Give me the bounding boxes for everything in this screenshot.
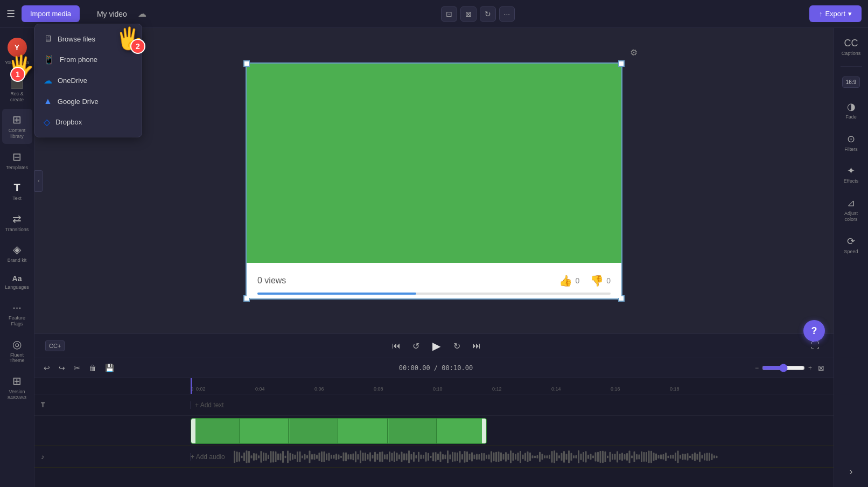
svg-rect-100 (476, 454, 478, 460)
svg-rect-25 (295, 455, 296, 459)
svg-rect-28 (302, 455, 303, 458)
cut-button[interactable]: ✂ (71, 361, 83, 374)
sidebar-item-fluent-theme[interactable]: ◎ Fluent Theme (2, 333, 32, 368)
svg-rect-120 (524, 453, 526, 461)
svg-rect-55 (367, 454, 369, 460)
ruler-mark-18: 0:18 (670, 386, 729, 392)
skip-back-button[interactable]: ⏮ (389, 339, 404, 353)
help-button[interactable]: ? (803, 320, 825, 342)
svg-rect-14 (268, 455, 269, 459)
resize-tool-button[interactable]: ⊡ (441, 6, 457, 22)
ruler-mark-16: 0:16 (611, 386, 670, 392)
svg-rect-179 (668, 455, 669, 457)
center-area: ‹ 0 views 👍 0 👎 0 (34, 28, 834, 487)
svg-rect-72 (408, 450, 410, 463)
video-container: 0 views 👍 0 👎 0 (246, 62, 622, 300)
sidebar-item-label-transitions: Transitions (5, 227, 29, 233)
video-settings-icon[interactable]: ⚙ (630, 47, 638, 58)
svg-rect-57 (372, 455, 374, 458)
filters-icon: ⊙ (847, 133, 855, 145)
rewind-button[interactable]: ↺ (409, 339, 423, 353)
sidebar-item-text[interactable]: T Text (2, 177, 32, 206)
rotate-tool-button[interactable]: ↻ (480, 6, 496, 22)
hamburger-icon[interactable]: ☰ (6, 8, 15, 20)
right-sidebar-label-effects: Effects (844, 178, 858, 184)
timeline-area: ↩ ↪ ✂ 🗑 💾 00:00.00 / 00:10.00 − + ⊠ 0 0 (34, 358, 834, 487)
svg-rect-178 (665, 453, 667, 461)
svg-rect-147 (590, 454, 592, 460)
svg-rect-184 (680, 455, 681, 458)
delete-button[interactable]: 🗑 (86, 361, 99, 374)
dropdown-item-from-phone[interactable]: 📱 From phone (35, 49, 142, 70)
sidebar-item-record-create[interactable]: ⬛ Rec & create (2, 72, 32, 107)
sidebar-item-label-languages: Languages (5, 284, 29, 290)
save-button[interactable]: 💾 (102, 361, 117, 374)
fit-timeline-button[interactable]: ⊠ (815, 361, 827, 374)
dropdown-item-google-drive[interactable]: ▲ Google Drive (35, 91, 142, 112)
svg-rect-146 (587, 455, 589, 458)
dropdown-item-browse-files[interactable]: 🖥 Browse files (35, 29, 142, 49)
audio-track-content[interactable]: + Add audio (191, 446, 834, 467)
play-button[interactable]: ▶ (428, 337, 445, 354)
redo-button[interactable]: ↪ (56, 361, 68, 374)
svg-rect-167 (639, 454, 640, 459)
crop-tool-button[interactable]: ⊠ (460, 6, 477, 22)
main-layout: Y Your media ⬛ Rec & create ⊞ Content li… (0, 28, 868, 487)
clip-handle-right[interactable] (482, 419, 486, 443)
right-sidebar-item-effects[interactable]: ✦ Effects (836, 161, 866, 189)
svg-rect-177 (663, 454, 664, 460)
sidebar-item-content-library[interactable]: ⊞ Content library (2, 109, 32, 144)
clip-handle-left[interactable] (191, 419, 195, 443)
svg-rect-136 (563, 451, 565, 463)
svg-rect-63 (387, 454, 388, 460)
sidebar-item-feature-flags[interactable]: ··· Feature Flags (2, 297, 32, 331)
closed-captions-button[interactable]: CC+ (45, 340, 65, 351)
svg-rect-149 (595, 452, 597, 461)
right-sidebar-collapse[interactable]: › (836, 462, 866, 482)
export-button[interactable]: ↑ Export ▾ (809, 5, 862, 22)
right-sidebar-item-filters[interactable]: ⊙ Filters (836, 129, 866, 157)
video-clip[interactable] (191, 418, 487, 444)
timeline-time-display: 00:00.00 / 00:10.00 (120, 364, 752, 372)
right-sidebar-item-adjust-colors[interactable]: ⊿ Adjust colors (836, 193, 866, 227)
text-track-content[interactable]: + Add text (191, 394, 834, 415)
right-sidebar-item-speed[interactable]: ⟳ Speed (836, 231, 866, 259)
right-sidebar-item-captions[interactable]: CC Captions (836, 33, 866, 61)
dropdown-item-dropbox[interactable]: ◇ Dropbox (35, 112, 142, 133)
svg-rect-70 (403, 453, 405, 460)
playhead[interactable] (191, 378, 192, 394)
svg-rect-111 (503, 454, 505, 460)
audio-track-row: ♪ + Add audio (34, 446, 834, 468)
dropdown-item-onedrive[interactable]: ☁ OneDrive (35, 70, 142, 91)
text-track-icon: T (41, 401, 45, 409)
zoom-slider[interactable] (762, 364, 805, 372)
forward-button[interactable]: ↻ (450, 339, 464, 353)
svg-rect-160 (621, 453, 623, 461)
video-toolbar-center: ⏮ ↺ ▶ ↻ ⏭ (389, 337, 484, 354)
more-tools-button[interactable]: ··· (499, 6, 515, 22)
sidebar-item-brand-kit[interactable]: ◈ Brand kit (2, 239, 32, 268)
svg-rect-5 (246, 450, 248, 463)
svg-rect-135 (561, 453, 563, 461)
import-media-button[interactable]: Import media (22, 5, 80, 22)
skip-forward-button[interactable]: ⏭ (469, 339, 484, 353)
sidebar-item-your-media[interactable]: Y Your media (2, 33, 32, 70)
right-sidebar-item-aspect-ratio[interactable]: 16:9 (836, 72, 866, 92)
right-sidebar-item-fade[interactable]: ◑ Fade (836, 96, 866, 124)
sidebar-item-templates[interactable]: ⊟ Templates (2, 146, 32, 175)
svg-rect-197 (711, 454, 713, 460)
sidebar-item-transitions[interactable]: ⇄ Transitions (2, 208, 32, 237)
video-frame (247, 64, 621, 263)
undo-button[interactable]: ↩ (41, 361, 53, 374)
collapse-panel-button[interactable]: ‹ (34, 170, 43, 192)
svg-rect-148 (592, 455, 594, 458)
svg-rect-196 (709, 453, 710, 461)
sidebar-item-languages[interactable]: Aa Languages (2, 270, 32, 295)
corner-handle-tl[interactable] (243, 60, 250, 67)
svg-rect-119 (522, 454, 524, 459)
svg-rect-85 (440, 451, 442, 462)
svg-rect-151 (600, 450, 601, 462)
corner-handle-tr[interactable] (618, 60, 625, 67)
aspect-ratio-badge[interactable]: 16:9 (842, 76, 860, 88)
svg-rect-99 (474, 454, 475, 459)
